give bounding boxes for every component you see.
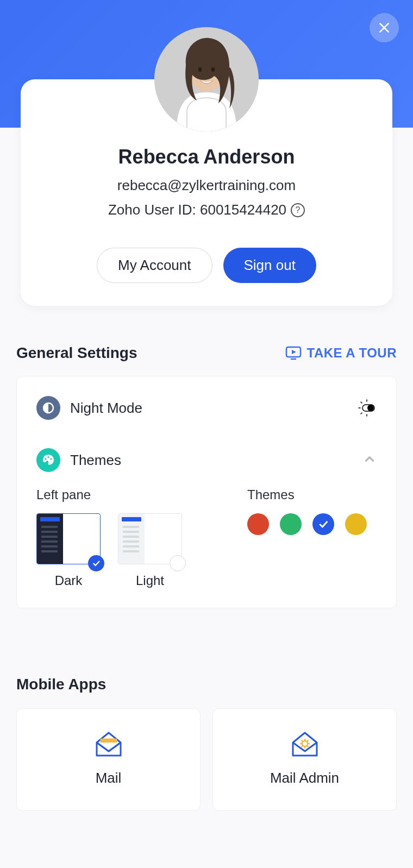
general-settings-section: General Settings TAKE A TOUR Night Mode xyxy=(16,344,397,608)
theme-swatch-yellow[interactable] xyxy=(345,513,367,535)
left-pane-title: Left pane xyxy=(36,487,182,502)
night-mode-toggle[interactable] xyxy=(357,398,377,418)
unchecked-icon xyxy=(170,555,186,571)
sign-out-button[interactable]: Sign out xyxy=(223,248,316,283)
theme-colors-column: Themes xyxy=(247,487,367,588)
mobile-apps-title: Mobile Apps xyxy=(16,676,397,693)
pane-dark-preview xyxy=(36,513,101,564)
check-icon xyxy=(318,519,329,530)
svg-line-14 xyxy=(361,413,362,414)
mail-app-label: Mail xyxy=(96,770,122,787)
user-name: Rebecca Anderson xyxy=(37,146,376,168)
close-icon xyxy=(377,21,391,35)
settings-card: Night Mode The xyxy=(16,376,397,608)
mail-admin-icon xyxy=(290,731,320,757)
svg-line-25 xyxy=(301,740,302,741)
general-settings-title: General Settings xyxy=(16,344,137,362)
night-mode-icon xyxy=(36,396,60,420)
theme-swatch-green[interactable] xyxy=(280,513,302,535)
svg-point-16 xyxy=(367,405,374,411)
user-id-row: Zoho User ID: 60015424420 ? xyxy=(108,202,305,218)
avatar-image xyxy=(154,27,259,131)
left-pane-dark-option[interactable]: Dark xyxy=(36,513,101,588)
svg-line-13 xyxy=(361,402,362,403)
svg-point-17 xyxy=(45,458,46,460)
color-swatches xyxy=(247,513,367,535)
mobile-apps-section: Mobile Apps Mail xyxy=(16,676,397,811)
user-id: Zoho User ID: 60015424420 xyxy=(108,202,286,218)
svg-line-27 xyxy=(301,746,302,747)
sun-toggle-icon xyxy=(357,398,377,418)
themes-body: Left pane Dark xyxy=(36,487,377,588)
avatar xyxy=(154,27,259,131)
themes-collapse-toggle[interactable] xyxy=(362,452,377,468)
theme-colors-title: Themes xyxy=(247,487,367,502)
theme-swatch-red[interactable] xyxy=(247,513,269,535)
svg-point-6 xyxy=(211,67,215,72)
chevron-up-icon xyxy=(362,452,377,466)
svg-line-28 xyxy=(307,740,308,741)
svg-point-19 xyxy=(50,458,52,460)
mail-admin-app-card[interactable]: Mail Admin xyxy=(212,708,397,811)
my-account-button[interactable]: My Account xyxy=(97,248,212,283)
svg-point-5 xyxy=(198,67,202,72)
svg-point-20 xyxy=(302,741,308,746)
pane-light-label: Light xyxy=(136,573,164,588)
night-mode-label: Night Mode xyxy=(70,400,347,417)
pane-light-preview xyxy=(118,513,182,564)
take-a-tour-link[interactable]: TAKE A TOUR xyxy=(285,345,397,361)
pane-dark-label: Dark xyxy=(55,573,83,588)
user-email: rebecca@zylkertraining.com xyxy=(37,177,376,194)
night-mode-row: Night Mode xyxy=(36,396,377,420)
close-button[interactable] xyxy=(370,13,399,42)
check-icon xyxy=(88,555,104,571)
themes-label: Themes xyxy=(70,452,353,469)
svg-point-18 xyxy=(47,456,49,458)
left-pane-column: Left pane Dark xyxy=(36,487,182,588)
profile-card: Rebecca Anderson rebecca@zylkertraining.… xyxy=(21,79,392,306)
mail-app-card[interactable]: Mail xyxy=(16,708,201,811)
theme-swatch-blue[interactable] xyxy=(312,513,334,535)
left-pane-light-option[interactable]: Light xyxy=(118,513,182,588)
mail-icon xyxy=(93,731,124,757)
themes-row: Themes xyxy=(36,448,377,472)
play-icon xyxy=(285,345,302,361)
themes-icon xyxy=(36,448,60,472)
tour-label: TAKE A TOUR xyxy=(307,345,397,361)
help-icon[interactable]: ? xyxy=(291,203,305,217)
mail-admin-app-label: Mail Admin xyxy=(270,770,339,787)
svg-line-26 xyxy=(307,746,308,747)
